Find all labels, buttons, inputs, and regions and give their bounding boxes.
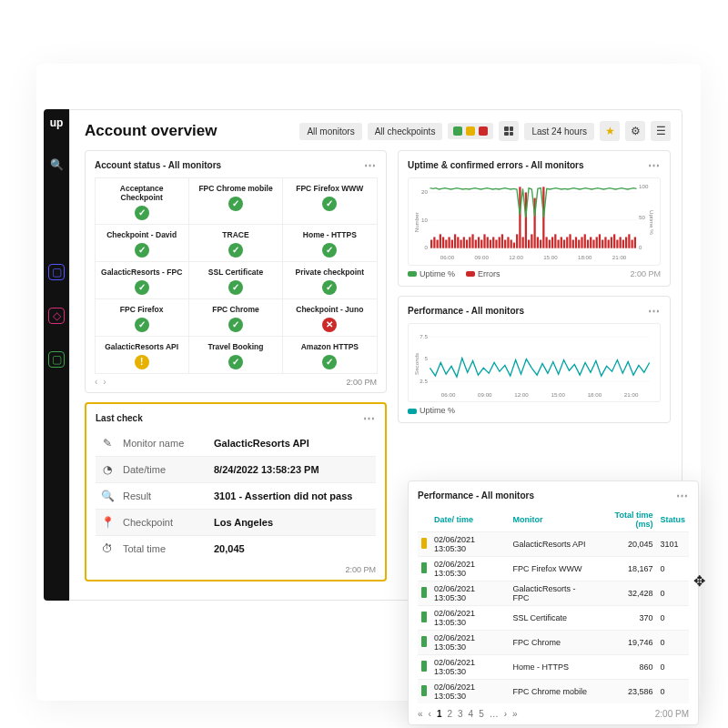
- status-cell[interactable]: FPC Chrome✓: [188, 298, 283, 337]
- cell-datetime: 02/06/2021 13:05:30: [430, 680, 509, 704]
- svg-text:0: 0: [639, 244, 642, 250]
- cell-datetime: 02/06/2021 13:05:30: [430, 532, 509, 557]
- pager-item[interactable]: 2: [447, 709, 452, 719]
- table-pager[interactable]: «‹12345…›»2:00 PM: [418, 703, 689, 721]
- svg-rect-52: [551, 237, 553, 248]
- status-badge: [421, 587, 427, 598]
- panel-performance-table[interactable]: ✥ Performance - All monitors⋯ Date/ time…: [408, 480, 699, 725]
- status-cell[interactable]: GalacticResorts API!: [95, 336, 189, 374]
- svg-rect-66: [592, 240, 594, 248]
- filter-checkpoints[interactable]: All checkpoints: [368, 123, 443, 140]
- status-cell[interactable]: Private checkpoint✓: [282, 261, 377, 299]
- star-icon[interactable]: ★: [600, 121, 620, 141]
- panel-menu-icon[interactable]: ⋯: [676, 489, 689, 502]
- cell-status: 0: [656, 655, 689, 680]
- pager-item[interactable]: ›: [504, 709, 507, 719]
- status-cell[interactable]: Checkpoint - David✓: [95, 224, 189, 262]
- cell-totaltime: 32,428: [595, 581, 656, 606]
- status-label: Checkpoint - David: [99, 230, 185, 239]
- gear-icon[interactable]: ⚙: [625, 121, 645, 141]
- pager[interactable]: ‹›: [95, 377, 106, 387]
- table-row[interactable]: 02/06/2021 13:05:30FPC Firefox WWW18,167…: [418, 557, 689, 581]
- table-row[interactable]: 02/06/2021 13:05:30GalacticResorts - FPC…: [418, 581, 689, 606]
- pager-item[interactable]: ‹: [429, 709, 431, 719]
- svg-text:50: 50: [639, 214, 645, 220]
- svg-rect-44: [528, 240, 530, 248]
- row-value: Los Angeles: [214, 517, 273, 528]
- status-cell[interactable]: GalacticResorts - FPC✓: [95, 261, 189, 299]
- panel-menu-icon[interactable]: ⋯: [648, 304, 661, 318]
- col-totaltime[interactable]: Total time (ms): [595, 508, 656, 532]
- cell-datetime: 02/06/2021 13:05:30: [430, 631, 509, 655]
- timestamp: 2:00 PM: [630, 269, 661, 278]
- table-row[interactable]: 02/06/2021 13:05:30FPC Chrome19,7460: [418, 631, 689, 655]
- status-cell[interactable]: Acceptance Checkpoint✓: [95, 177, 189, 225]
- status-cell[interactable]: Amazon HTTPS✓: [282, 336, 377, 374]
- col-datetime[interactable]: Date/ time: [430, 508, 509, 532]
- panel-menu-icon[interactable]: ⋯: [648, 158, 661, 172]
- status-badge: [421, 636, 427, 647]
- ok-status-icon: ✓: [228, 355, 243, 369]
- row-label: Checkpoint: [123, 517, 214, 528]
- err-status-icon: ✕: [322, 318, 337, 332]
- panel-menu-icon[interactable]: ⋯: [363, 411, 376, 425]
- panel-menu-icon[interactable]: ⋯: [364, 158, 377, 172]
- nav-item-3[interactable]: ▢: [48, 351, 65, 368]
- svg-rect-28: [480, 240, 482, 248]
- status-cell[interactable]: Home - HTTPS✓: [282, 224, 377, 262]
- svg-rect-33: [495, 240, 497, 248]
- table-row[interactable]: 02/06/2021 13:05:30GalacticResorts API20…: [418, 532, 689, 557]
- col-status[interactable]: Status: [656, 508, 689, 532]
- col-monitor[interactable]: Monitor: [509, 508, 595, 532]
- cell-status: 0: [656, 581, 689, 606]
- status-badge: [421, 562, 427, 573]
- svg-rect-68: [599, 234, 601, 248]
- status-label: Home - HTTPS: [287, 230, 372, 239]
- svg-text:15:00: 15:00: [551, 391, 565, 398]
- status-cell[interactable]: FPC Chrome mobile✓: [188, 177, 283, 225]
- ok-status-icon: ✓: [228, 280, 243, 295]
- pager-item[interactable]: «: [418, 709, 423, 719]
- filter-range[interactable]: Last 24 hours: [524, 123, 594, 140]
- table-row[interactable]: 02/06/2021 13:05:30SSL Certificate3700: [418, 606, 689, 631]
- filter-monitors[interactable]: All monitors: [299, 123, 361, 140]
- panel-title-label: Last check: [96, 413, 143, 423]
- status-cell[interactable]: SSL Certificate✓: [188, 261, 283, 299]
- pager-item[interactable]: 5: [479, 709, 484, 719]
- pager-item[interactable]: …: [490, 709, 499, 719]
- svg-rect-22: [463, 237, 465, 248]
- svg-rect-39: [513, 243, 515, 248]
- cell-totaltime: 18,167: [595, 557, 656, 581]
- row-label: Total time: [123, 543, 214, 554]
- table-row[interactable]: 02/06/2021 13:05:30Home - HTTPS8600: [418, 655, 689, 680]
- performance-chart: 2.557.5Seconds06:0009:0012:0015:0018:002…: [412, 328, 654, 400]
- svg-rect-69: [602, 240, 603, 248]
- search-icon[interactable]: 🔍: [48, 157, 65, 173]
- status-cell[interactable]: Checkpoint - Juno✕: [282, 298, 377, 337]
- pager-item[interactable]: »: [512, 709, 518, 719]
- legend-errors: Errors: [478, 269, 500, 278]
- status-filter[interactable]: [448, 123, 493, 139]
- status-cell[interactable]: FPC Firefox WWW✓: [282, 177, 377, 225]
- menu-icon[interactable]: ☰: [651, 121, 671, 141]
- table-row[interactable]: 02/06/2021 13:05:30FPC Chrome mobile23,5…: [418, 680, 689, 704]
- svg-rect-50: [545, 237, 547, 248]
- nav-item-2[interactable]: ◇: [48, 308, 65, 324]
- svg-rect-23: [466, 240, 468, 248]
- svg-rect-41: [519, 187, 521, 248]
- pager-item[interactable]: 3: [458, 709, 463, 719]
- cell-status: 0: [656, 557, 689, 581]
- status-label: TRACE: [193, 230, 278, 239]
- status-cell[interactable]: Travel Booking✓: [188, 336, 283, 374]
- nav-item-1[interactable]: ▢: [48, 264, 65, 280]
- svg-rect-36: [504, 240, 506, 248]
- status-badge: [421, 661, 427, 672]
- svg-text:2.5: 2.5: [420, 377, 428, 383]
- pager-item[interactable]: 1: [437, 709, 442, 719]
- status-cell[interactable]: FPC Firefox✓: [95, 298, 189, 337]
- status-cell[interactable]: TRACE✓: [188, 224, 283, 262]
- svg-rect-54: [557, 240, 559, 248]
- pager-item[interactable]: 4: [469, 709, 474, 719]
- grid-view-icon[interactable]: [499, 121, 519, 141]
- svg-rect-64: [587, 240, 589, 248]
